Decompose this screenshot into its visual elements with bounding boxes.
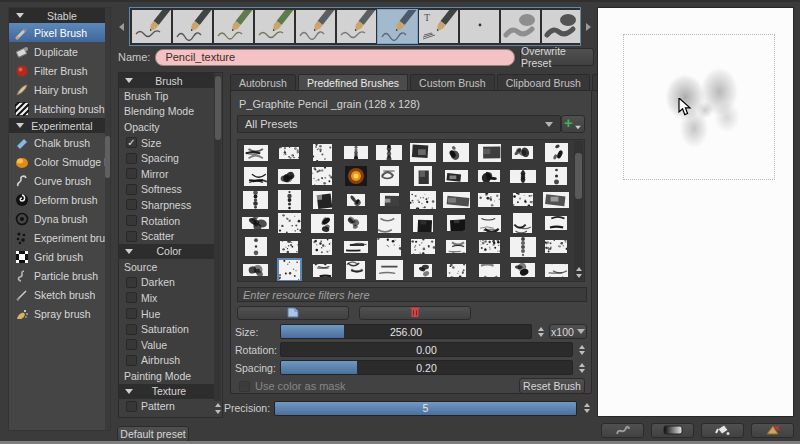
squiggle-button[interactable] <box>601 423 644 438</box>
strip-scroll-left-icon[interactable] <box>119 23 124 31</box>
brush-tip-cell[interactable] <box>373 259 406 283</box>
brush-tip-cell[interactable] <box>406 188 439 212</box>
option-checkbox[interactable] <box>126 308 137 319</box>
preset-thumbnail[interactable] <box>255 10 294 43</box>
option-row-hue[interactable]: Hue <box>119 306 214 322</box>
gradient-button[interactable] <box>651 423 694 438</box>
option-row-scatter[interactable]: Scatter <box>119 228 214 244</box>
option-row-painting-mode[interactable]: Painting Mode <box>119 368 214 384</box>
tab-custom-brush[interactable]: Custom Brush <box>410 74 495 91</box>
sidebar-item-hatching-brush[interactable]: Hatching brush <box>9 99 110 118</box>
option-row-spacing[interactable]: Spacing <box>119 150 214 166</box>
add-resource-button[interactable]: + <box>561 115 585 133</box>
sidebar-section-header[interactable]: Experimental <box>9 118 110 133</box>
option-checkbox[interactable] <box>126 199 137 210</box>
brush-tip-cell[interactable] <box>439 141 472 165</box>
brush-tip-cell[interactable] <box>306 259 339 283</box>
brush-tip-cell[interactable] <box>439 188 472 212</box>
use-color-as-mask-checkbox[interactable] <box>239 381 250 392</box>
option-checkbox[interactable] <box>126 231 137 242</box>
option-row-source[interactable]: Source <box>119 259 214 275</box>
brush-tip-cell[interactable] <box>506 212 539 236</box>
option-checkbox[interactable] <box>126 153 137 164</box>
option-row-opacity[interactable]: Opacity <box>119 119 214 135</box>
preset-filter-dropdown[interactable]: All Presets <box>237 115 561 133</box>
brush-tip-cell[interactable] <box>339 235 372 259</box>
brush-tip-cell[interactable] <box>506 141 539 165</box>
brush-tip-cell[interactable] <box>406 259 439 283</box>
trash-button[interactable] <box>359 306 471 320</box>
option-checkbox[interactable] <box>126 355 137 366</box>
brush-tip-cell[interactable] <box>272 141 305 165</box>
preset-thumbnail[interactable] <box>337 10 376 43</box>
sidebar-item-filter-brush[interactable]: Filter Brush <box>9 61 110 80</box>
brush-tip-cell[interactable] <box>306 141 339 165</box>
sidebar-item-color-smudge-brush[interactable]: Color Smudge Brush <box>9 152 110 171</box>
options-scroll-up-icon[interactable] <box>215 403 221 407</box>
brush-tip-cell[interactable] <box>339 188 372 212</box>
brush-tip-cell[interactable] <box>473 188 506 212</box>
brush-tip-cell[interactable] <box>339 259 372 283</box>
brush-tip-cell[interactable] <box>272 188 305 212</box>
option-row-softness[interactable]: Softness <box>119 182 214 198</box>
brush-tip-cell[interactable] <box>506 188 539 212</box>
brush-tip-cell[interactable] <box>439 259 472 283</box>
option-checkbox[interactable] <box>126 401 137 412</box>
sidebar-item-hairy-brush[interactable]: Hairy brush <box>9 80 110 99</box>
preset-thumbnail[interactable] <box>173 10 212 43</box>
option-row-brush-tip[interactable]: Brush Tip <box>119 88 214 104</box>
paint-bucket-button[interactable] <box>701 423 744 438</box>
sidebar-item-deform-brush[interactable]: Deform brush <box>9 190 110 209</box>
brush-tip-cell[interactable] <box>306 212 339 236</box>
brush-tip-cell[interactable] <box>540 165 573 189</box>
brush-tip-cell[interactable] <box>439 235 472 259</box>
preset-thumbnail[interactable] <box>460 10 499 43</box>
preset-thumbnail[interactable] <box>501 10 540 43</box>
brush-tip-cell[interactable] <box>540 188 573 212</box>
sidebar-section-header[interactable]: Stable <box>9 8 110 23</box>
brush-tip-cell[interactable] <box>506 165 539 189</box>
option-row-darken[interactable]: Darken <box>119 275 214 291</box>
tab-autobrush[interactable]: Autobrush <box>230 74 296 91</box>
slider-rotation[interactable]: 0.00 <box>280 342 573 357</box>
slider-spinner[interactable] <box>576 360 587 375</box>
option-row-sharpness[interactable]: Sharpness <box>119 197 214 213</box>
options-scroll-down-icon[interactable] <box>215 410 221 414</box>
brush-tip-cell[interactable] <box>406 165 439 189</box>
preset-thumbnail[interactable] <box>378 10 417 43</box>
option-section-header[interactable]: Brush <box>119 73 214 88</box>
option-row-mirror[interactable]: Mirror <box>119 166 214 182</box>
import-file-button[interactable] <box>237 306 349 320</box>
brush-tip-cell[interactable] <box>473 212 506 236</box>
brush-tip-cell[interactable] <box>473 141 506 165</box>
size-multiplier-dropdown[interactable]: x100 <box>549 324 587 339</box>
brush-tip-cell[interactable] <box>506 235 539 259</box>
option-row-value[interactable]: Value <box>119 337 214 353</box>
brush-tip-cell[interactable] <box>272 165 305 189</box>
brush-tip-cell[interactable] <box>306 188 339 212</box>
preset-thumbnail[interactable] <box>214 10 253 43</box>
brush-tip-cell[interactable] <box>239 188 272 212</box>
brush-tip-cell[interactable] <box>406 235 439 259</box>
sidebar-item-spray-brush[interactable]: Spray brush <box>9 304 110 323</box>
sidebar-item-pixel-brush[interactable]: Pixel Brush <box>9 23 110 42</box>
brush-tip-cell[interactable] <box>506 259 539 283</box>
brush-tip-cell[interactable] <box>239 165 272 189</box>
option-checkbox[interactable] <box>126 215 137 226</box>
brush-tip-cell[interactable] <box>339 141 372 165</box>
brush-tip-cell[interactable] <box>239 235 272 259</box>
brush-tip-cell[interactable] <box>439 212 472 236</box>
preset-thumbnail[interactable] <box>296 10 335 43</box>
sidebar-item-particle-brush[interactable]: Particle brush <box>9 266 110 285</box>
brush-tip-cell[interactable] <box>239 212 272 236</box>
sidebar-item-chalk-brush[interactable]: Chalk brush <box>9 133 110 152</box>
preset-thumbnail[interactable] <box>542 10 581 43</box>
option-section-header[interactable]: Texture <box>119 384 214 399</box>
brush-tip-cell[interactable] <box>339 212 372 236</box>
option-checkbox[interactable] <box>126 168 137 179</box>
brush-tip-cell[interactable] <box>373 141 406 165</box>
brush-tip-cell[interactable] <box>373 212 406 236</box>
brush-tip-cell[interactable] <box>272 259 305 283</box>
brush-tip-cell[interactable] <box>373 235 406 259</box>
option-section-header[interactable]: Color <box>119 244 214 259</box>
